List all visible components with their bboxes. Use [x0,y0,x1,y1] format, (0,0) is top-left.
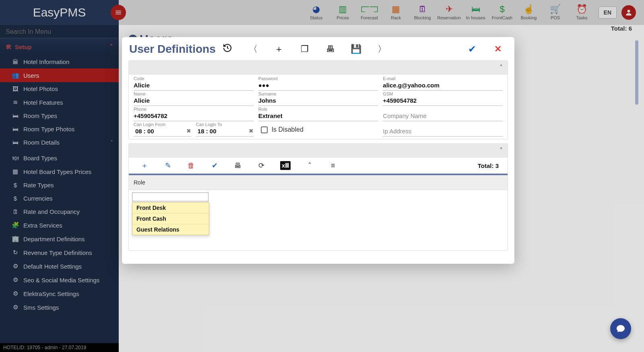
role-delete-icon[interactable]: 🗑 [180,162,203,170]
loginfrom-field[interactable]: 08 : 00 [134,127,191,137]
role-column-header: Role [129,175,508,190]
roles-total: Total: 3 [478,162,504,169]
role-refresh-icon[interactable]: ⟳ [250,161,273,170]
gsm-label: GSM [383,91,503,96]
history-icon[interactable] [221,43,234,55]
phone-field[interactable]: +459054782 [134,112,254,121]
roles-panel: ˄ ＋ ✎ 🗑 ✔ 🖶 ⟳ xⅢ ˄ ≡ Total: 3 Role Front… [128,143,508,251]
is-disabled-label: Is Disabled [272,126,303,133]
role-option[interactable]: Front Cash [132,213,209,224]
loginto-field[interactable]: 18 : 00 [196,127,254,137]
prev-icon[interactable]: 〈 [246,43,260,55]
code-field[interactable]: Alicie [134,81,254,91]
ip-label [383,122,503,127]
role-menu-icon[interactable]: ≡ [321,162,345,170]
modal-title: User Definitions [129,43,216,56]
role-option[interactable]: Guest Relations [132,224,209,235]
loginto-label: Can Login To [196,122,254,127]
role-export-icon[interactable]: xⅢ [280,161,291,170]
clear-from-icon[interactable]: ✖ [186,128,191,134]
password-field[interactable]: ●●● [258,81,378,91]
copy-icon[interactable]: ❐ [298,44,312,54]
next-icon[interactable]: 〉 [375,43,389,55]
chat-fab-button[interactable] [610,318,631,339]
add-icon[interactable]: ＋ [272,43,286,55]
email-label: E-mail [383,76,503,81]
company-field[interactable]: Company Name [383,112,503,121]
confirm-button[interactable]: ✔ [465,43,479,55]
code-label: Code [134,76,254,81]
collapse-roles-icon[interactable]: ˄ [500,147,503,154]
role-label: Role [258,107,378,112]
role-add-icon[interactable]: ＋ [133,161,156,170]
role-dropdown[interactable]: Front DeskFront CashGuest Relations [132,202,209,235]
save-icon[interactable]: 💾 [349,44,363,54]
role-field[interactable]: Extranet [258,112,378,121]
name-label: Name [134,91,254,96]
gsm-field[interactable]: +459054782 [383,96,503,106]
role-approve-icon[interactable]: ✔ [203,161,226,170]
ip-field[interactable]: Ip Address [383,127,503,137]
company-label [383,107,503,112]
loginfrom-label: Can Login From [134,122,191,127]
is-disabled-checkbox[interactable] [261,126,268,133]
phone-label: Phone [134,107,254,112]
surname-field[interactable]: Johns [258,96,378,106]
user-definitions-modal: User Definitions 〈 ＋ ❐ 🖶 💾 〉 ✔ ✕ ˄ Code … [122,37,514,264]
password-label: Password [258,76,378,81]
role-print-icon[interactable]: 🖶 [226,162,250,170]
surname-label: Surname [258,91,378,96]
clear-to-icon[interactable]: ✖ [249,128,254,134]
collapse-panel-icon[interactable]: ˄ [500,64,503,71]
role-option[interactable]: Front Desk [132,203,209,213]
close-button[interactable]: ✕ [491,44,505,54]
form-panel: ˄ Code Alicie Password ●●● E-mail alice.… [128,60,508,139]
role-collapse-icon[interactable]: ˄ [298,161,321,170]
role-search-input[interactable] [132,193,208,201]
role-edit-icon[interactable]: ✎ [156,161,180,170]
print-icon[interactable]: 🖶 [324,44,337,54]
email-field[interactable]: alice.g@yahoo.com [383,81,503,91]
name-field[interactable]: Alicie [134,96,254,106]
